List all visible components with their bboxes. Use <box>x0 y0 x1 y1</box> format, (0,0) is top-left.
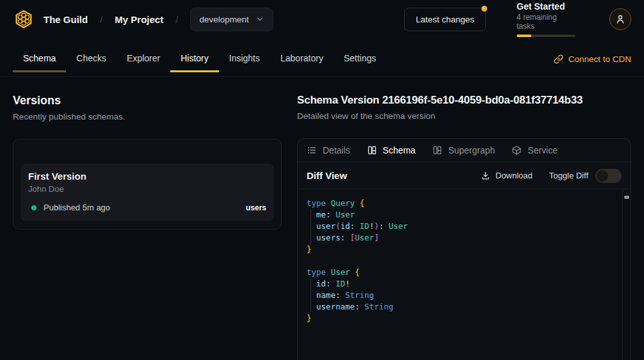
header-actions: Latest changes Get Started 4 remaining t… <box>404 1 631 37</box>
code-line: users: [User] <box>307 232 614 244</box>
breadcrumb-organization[interactable]: The Guild <box>44 14 88 25</box>
code-line: } <box>307 313 614 324</box>
download-icon <box>481 171 490 180</box>
toggle-diff-label: Toggle Diff <box>549 171 588 180</box>
detail-tab-service[interactable]: Service <box>511 145 558 155</box>
breadcrumb-separator: / <box>175 14 178 25</box>
detail-tab-label: Schema <box>383 145 415 155</box>
detail-tab-label: Supergraph <box>448 145 495 155</box>
versions-list-card: First VersionJohn DoePublished 5m agouse… <box>13 139 282 230</box>
connect-to-cdn-label: Connect to CDN <box>568 54 631 64</box>
code-line <box>307 255 614 267</box>
detail-tab-label: Service <box>527 145 558 155</box>
diff-toolbar: Diff View Download Toggle Diff <box>298 162 631 189</box>
diff-view-title: Diff View <box>307 170 347 181</box>
main-content: Versions Recently published schemas. Fir… <box>0 77 644 360</box>
versions-subtitle: Recently published schemas. <box>13 112 282 121</box>
nav-tab-checks[interactable]: Checks <box>66 46 117 72</box>
breadcrumb: The Guild / My Project / development <box>44 8 273 31</box>
link-icon <box>554 54 563 64</box>
columns-icon <box>367 145 377 155</box>
graphql-schema-code: type Query { me: User user(id: ID!): Use… <box>298 189 631 332</box>
vertical-scrollbar[interactable] <box>622 189 631 360</box>
chevron-down-icon <box>255 15 264 24</box>
code-line: type User { <box>307 267 614 278</box>
code-line: user(id: ID!): User <box>307 221 614 232</box>
cube-icon <box>511 145 522 155</box>
version-detail-card: DetailsSchemaSupergraphService Diff View… <box>297 138 631 360</box>
code-line: id: ID! <box>307 278 614 290</box>
latest-changes-button[interactable]: Latest changes <box>404 8 486 31</box>
target-select-value: development <box>199 15 248 24</box>
nav-tab-insights[interactable]: Insights <box>219 46 270 72</box>
nav-tab-laboratory[interactable]: Laboratory <box>270 46 334 72</box>
latest-changes-label: Latest changes <box>415 15 474 24</box>
toggle-knob <box>597 170 608 182</box>
download-button[interactable]: Download <box>481 171 533 180</box>
code-line: } <box>307 244 614 255</box>
user-icon <box>615 13 626 25</box>
schema-code-viewer[interactable]: type Query { me: User user(id: ID!): Use… <box>298 189 631 360</box>
columns-icon <box>432 145 442 155</box>
get-started-progress-bar <box>517 35 576 37</box>
version-status-label: Published 5m ago <box>44 203 110 212</box>
detail-tab-schema[interactable]: Schema <box>367 145 415 155</box>
nav-tab-explorer[interactable]: Explorer <box>117 46 170 72</box>
list-icon <box>307 145 317 155</box>
download-label: Download <box>495 171 533 180</box>
toggle-diff-switch[interactable] <box>595 169 622 183</box>
versions-list: First VersionJohn DoePublished 5m agouse… <box>20 164 274 221</box>
header: The Guild / My Project / development Lat… <box>0 0 644 38</box>
user-avatar[interactable] <box>609 8 631 30</box>
detail-tabs: DetailsSchemaSupergraphService <box>298 139 631 162</box>
nav-tab-history[interactable]: History <box>170 46 219 72</box>
toggle-diff-control: Toggle Diff <box>549 169 622 183</box>
nav-tab-settings[interactable]: Settings <box>334 46 387 72</box>
version-detail-panel: Schema Version 2166196f-5e10-4059-bd0a-0… <box>297 94 631 360</box>
target-select[interactable]: development <box>190 8 273 31</box>
notification-dot <box>481 6 487 12</box>
get-started-title: Get Started <box>517 1 576 12</box>
diff-actions: Download Toggle Diff <box>481 169 622 183</box>
versions-panel: Versions Recently published schemas. Fir… <box>13 94 282 230</box>
detail-tab-supergraph[interactable]: Supergraph <box>432 145 495 155</box>
code-line: type Query { <box>307 198 614 209</box>
breadcrumb-project[interactable]: My Project <box>115 14 163 25</box>
nav-tab-schema[interactable]: Schema <box>13 46 66 72</box>
detail-tab-details[interactable]: Details <box>307 145 350 155</box>
get-started-widget[interactable]: Get Started 4 remaining tasks <box>517 1 576 37</box>
version-author: John Doe <box>28 184 266 194</box>
versions-title: Versions <box>13 94 282 107</box>
main-nav: SchemaChecksExplorerHistoryInsightsLabor… <box>0 38 644 77</box>
version-detail-subtitle: Detailed view of the schema version <box>297 111 631 121</box>
version-name: First Version <box>28 171 266 182</box>
nav-tabs: SchemaChecksExplorerHistoryInsightsLabor… <box>13 46 387 72</box>
code-line: name: String <box>307 290 614 301</box>
app-root: The Guild / My Project / development Lat… <box>0 0 644 360</box>
version-list-item[interactable]: First VersionJohn DoePublished 5m agouse… <box>20 164 274 221</box>
scrollbar-thumb[interactable] <box>624 196 629 199</box>
get-started-subtitle: 4 remaining tasks <box>517 13 576 31</box>
published-status-dot <box>31 205 36 210</box>
detail-tab-label: Details <box>323 145 350 155</box>
code-line: me: User <box>307 209 614 221</box>
hive-logo-icon[interactable] <box>13 8 35 30</box>
breadcrumb-separator: / <box>100 14 102 25</box>
version-detail-title: Schema Version 2166196f-5e10-4059-bd0a-0… <box>297 94 631 107</box>
code-line: username: String <box>307 301 614 313</box>
connect-to-cdn-link[interactable]: Connect to CDN <box>554 46 631 72</box>
version-status-row: Published 5m agousers <box>28 203 266 212</box>
get-started-progress-fill <box>517 35 531 37</box>
service-badge: users <box>246 203 266 212</box>
